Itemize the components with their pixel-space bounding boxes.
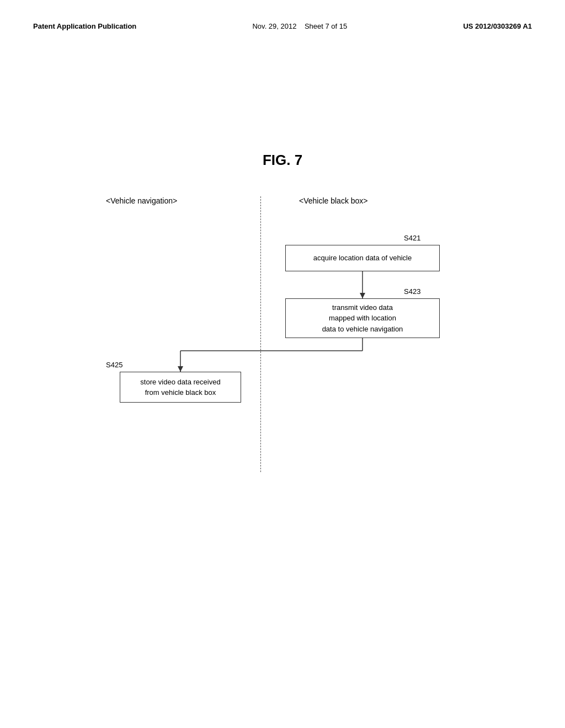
svg-marker-5 [178, 366, 183, 372]
figure-title: FIG. 7 [33, 152, 532, 169]
header-center: Nov. 29, 2012 Sheet 7 of 15 [252, 22, 347, 30]
svg-marker-1 [360, 293, 365, 298]
page-header: Patent Application Publication Nov. 29, … [33, 22, 532, 30]
patent-page: Patent Application Publication Nov. 29, … [0, 0, 565, 728]
step-label-s425: S425 [106, 361, 122, 369]
divider-line [260, 196, 261, 472]
col-label-vehicle-navigation: <Vehicle navigation> [106, 196, 177, 205]
diagram-container: <Vehicle navigation> <Vehicle black box>… [89, 196, 476, 472]
step-box-s425-text: store video data received from vehicle b… [140, 377, 220, 398]
step-label-s423: S423 [404, 287, 420, 296]
step-box-s423-text: transmit video data mapped with location… [322, 302, 403, 335]
header-sheet: Sheet 7 of 15 [305, 22, 347, 30]
step-box-s421-text: acquire location data of vehicle [313, 253, 412, 264]
step-label-s421: S421 [404, 234, 420, 242]
header-patent-number: US 2012/0303269 A1 [463, 22, 532, 30]
step-box-s421: acquire location data of vehicle [285, 245, 440, 271]
col-label-vehicle-black-box: <Vehicle black box> [299, 196, 368, 205]
step-box-s423: transmit video data mapped with location… [285, 298, 440, 338]
header-publication-label: Patent Application Publication [33, 22, 136, 30]
header-date: Nov. 29, 2012 [252, 22, 296, 30]
step-box-s425: store video data received from vehicle b… [120, 372, 241, 403]
